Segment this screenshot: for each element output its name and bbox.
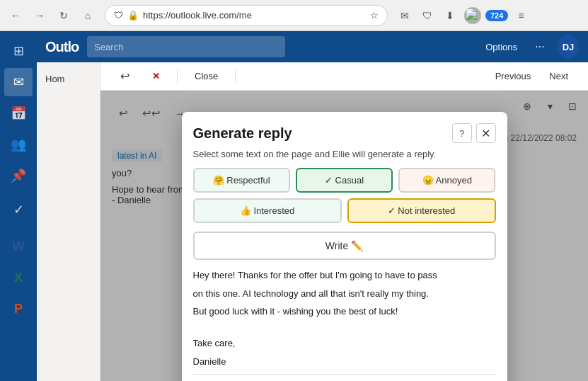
toolbar-nav: Previous Next [487,68,577,84]
outlook-header: Outlo Options ··· DJ [37,31,588,62]
nav-home[interactable]: Hom [37,68,100,90]
refresh-button[interactable]: ↻ [54,6,74,25]
email-area: ↩ ✕ Close Previous Next ⊕ ▾ [100,62,588,381]
app-container: ⊞ ✉ 📅 👥 📌 ✓ W X P Outlo Options ··· DJ H… [0,31,588,381]
url-text: https://outlook.live.com/me [143,10,252,21]
back-button[interactable]: ← [6,6,25,25]
star-icon: ☆ [370,10,379,21]
email-toolbar: ↩ ✕ Close Previous Next [100,62,588,91]
search-input[interactable] [87,36,285,57]
generated-line-2: on this one. AI technology and all that … [193,287,496,301]
modal-header: Generate reply ? ✕ [182,112,507,149]
sidebar-grid-icon[interactable]: ⊞ [4,37,33,65]
tone-row-1: 🤗 Respectful ✓ Casual 😠 Annoyed [182,168,507,198]
generated-sig-2: Danielle [193,355,496,369]
outlook-logo: Outlo [45,39,79,55]
mail-icon[interactable]: ✉ [395,6,415,25]
modal-divider [193,374,496,375]
generated-line-3: But good luck with it - wishing you the … [193,305,496,319]
tone-casual-button[interactable]: ✓ Casual [296,168,393,193]
download-icon[interactable]: ⬇ [440,6,460,25]
content-area: Hom ↩ ✕ Close Previous Next [37,62,588,381]
browser-chrome: ← → ↻ ⌂ 🛡 🔒 https://outlook.live.com/me … [0,0,588,31]
extension-icon[interactable]: 🛡 [417,6,437,25]
modal-close-button[interactable]: ✕ [476,123,496,143]
generated-line-1: Hey there! Thanks for the offer but I'm … [193,268,496,283]
more-options-icon[interactable]: ··· [529,35,551,58]
sidebar-word-icon[interactable]: W [4,232,33,261]
tone-respectful-button[interactable]: 🤗 Respectful [193,168,290,193]
sentiment-not-interested-button[interactable]: ✓ Not interested [347,198,496,223]
modal-help-button[interactable]: ? [452,123,472,143]
address-bar[interactable]: 🛡 🔒 https://outlook.live.com/me ☆ [105,5,388,26]
lock-icon: 🔒 [127,10,139,21]
previous-button[interactable]: Previous [487,68,540,84]
sidebar-calendar-icon[interactable]: 📅 [4,99,33,127]
generate-reply-modal: Generate reply ? ✕ Select some text on t… [182,112,507,381]
generated-sig-1: Take care, [193,336,496,351]
outlook-avatar[interactable]: DJ [557,35,580,58]
close-button[interactable]: Close [186,68,226,84]
tone-annoyed-button[interactable]: 😠 Annoyed [398,168,495,193]
outlook-header-right: Options ··· DJ [480,35,580,58]
nav-panel: Hom [37,62,100,381]
notification-badge[interactable]: 724 [485,10,508,21]
shield-icon: 🛡 [114,10,123,21]
toolbar-separator [177,69,178,84]
toolbar-separator-2 [235,69,236,84]
sidebar-mail-icon[interactable]: ✉ [4,68,33,96]
sidebar-pin-icon[interactable]: 📌 [4,161,33,190]
generated-text: Hey there! Thanks for the offer but I'm … [193,268,496,368]
undo-button[interactable]: ↩ [112,67,138,86]
sidebar-people-icon[interactable]: 👥 [4,130,33,159]
sidebar-check-icon[interactable]: ✓ [4,195,33,224]
close-x-button[interactable]: ✕ [144,68,168,84]
modal-header-btns: ? ✕ [452,123,496,143]
browser-right-icons: ✉ 🛡 ⬇ 724 ≡ [395,6,531,25]
modal-subtitle: Select some text on the page and Ellie w… [182,149,507,168]
options-label[interactable]: Options [480,35,523,58]
profile-icon[interactable] [463,6,483,25]
email-pane: ⊕ ▾ ⊡ ↩ ↩↩ → ··· Thu 22/12/2022 08:02 la… [100,91,588,381]
tone-row-2: 👍 Interested ✓ Not interested [182,198,507,232]
next-button[interactable]: Next [541,68,577,84]
sentiment-interested-button[interactable]: 👍 Interested [193,198,342,223]
modal-overlay: Generate reply ? ✕ Select some text on t… [100,91,588,381]
write-button[interactable]: Write ✏️ [193,232,496,260]
sidebar-excel-icon[interactable]: X [4,263,33,292]
sidebar-powerpoint-icon[interactable]: P [4,295,33,323]
forward-button[interactable]: → [30,6,50,25]
mail-app: Outlo Options ··· DJ Hom ↩ ✕ Close [37,31,588,381]
modal-title: Generate reply [193,125,292,142]
sidebar: ⊞ ✉ 📅 👥 📌 ✓ W X P [0,31,37,381]
more-tools-icon[interactable]: ≡ [511,6,531,25]
home-button[interactable]: ⌂ [78,6,98,25]
